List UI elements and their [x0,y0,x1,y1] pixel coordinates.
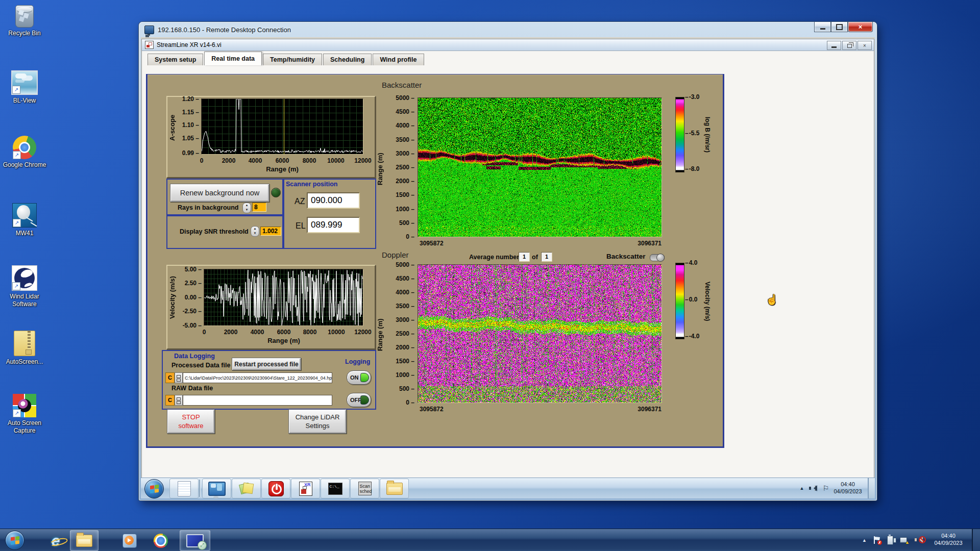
doppler-colorbar [675,263,684,339]
ascope-canvas [202,99,363,154]
el-value-field[interactable]: 089.999 [307,217,360,233]
desktop: Recycle Bin ↗ BL-View ↗ Google Chrome ↗ … [0,0,980,551]
desktop-icon-label: BL-View [0,97,49,105]
raw-drive-box[interactable]: C [165,395,175,406]
desktop-icon-recycle-bin[interactable]: Recycle Bin [0,5,49,37]
muted-speaker-icon[interactable] [915,536,924,544]
hidden-icons-arrow[interactable]: ▲ [800,486,804,491]
action-center-flag-icon[interactable]: ✗ [873,536,880,544]
velocity-xlabel: Range (m) [251,337,317,344]
taskbar-item-stop-app[interactable] [261,479,290,498]
average-number-field[interactable]: 1 [519,252,530,262]
raw-logging-switch[interactable]: OFF [347,393,371,407]
doppler-plot-area[interactable] [418,264,662,403]
taskbar-item-windows-explorer[interactable] [70,530,99,551]
zip-file-icon [14,331,35,356]
tab-real-time-data[interactable]: Real time data [204,52,262,65]
auto-screen-capture-icon: ↗ [13,394,36,417]
volume-icon[interactable]: ) [809,485,817,492]
remote-show-desktop-button[interactable] [868,478,875,498]
minimize-button[interactable] [814,22,831,32]
desktop-icon-wind-lidar[interactable]: ↗ Wind Lidar Software [0,265,49,308]
internet-explorer-icon: e [52,534,60,547]
app-minimize-button[interactable] [827,41,841,50]
average-count-field[interactable]: 1 [541,252,552,262]
desktop-icon-google-chrome[interactable]: ↗ Google Chrome [0,136,49,169]
change-lidar-settings-button[interactable]: Change LiDARSettings [288,409,347,434]
remote-clock[interactable]: 04:4004/09/2023 [830,481,866,495]
power-plug-icon[interactable] [887,536,893,545]
taskbar-item-media-player[interactable] [121,533,138,548]
snr-group: Display SNR threshold ▲▼ 1.002 [166,214,284,249]
taskbar-item-internet-explorer[interactable]: e [47,533,64,548]
average-number-label: Average number [469,254,519,261]
rdp-titlebar[interactable]: 192.168.0.150 - Remote Desktop Connectio… [139,22,877,37]
taskbar-item-command-prompt[interactable]: C:\_ [321,479,350,498]
processed-browse-button[interactable] [175,372,183,383]
app-close-button[interactable]: × [857,41,872,50]
host-clock[interactable]: 04:4004/09/2023 [928,532,969,546]
scanner-position-group: Scanner position AZ 090.000 EL 089.999 [282,179,376,249]
raw-browse-button[interactable] [175,395,183,406]
chrome-icon: ↗ [13,136,36,159]
taskbar-item-streamline-xr[interactable]: XR [291,479,320,498]
desktop-icon-auto-screen-capture[interactable]: ↗ Auto Screen Capture [0,394,49,435]
close-button[interactable]: × [848,22,873,32]
remote-tray: ▲ ) ⚐ [800,478,829,498]
windows-logo-icon [11,536,19,544]
taskbar-item-chrome[interactable] [152,533,169,548]
wind-lidar-icon: ↗ [12,265,37,291]
snr-spinner[interactable]: ▲▼ [251,226,259,237]
display-settings-icon [208,482,226,496]
backscatter-plot-area[interactable] [418,97,662,237]
az-value-field[interactable]: 090.000 [307,192,360,209]
taskbar-separator [199,480,200,497]
snr-value-field[interactable]: 1.002 [260,227,281,236]
processed-path-field[interactable]: C:\Lidar\Data\Proc\2023\202309\20230904\… [183,372,332,383]
app-restore-button[interactable] [842,41,856,50]
folder-icon [386,483,403,495]
doppler-x-start: 3095872 [420,406,444,413]
host-taskbar: e ▲ ✗ 04:4004/09/2023 [0,529,980,551]
renew-background-button[interactable]: Renew background now [170,184,270,202]
recycle-bin-icon [15,5,34,28]
snr-label: Display SNR threshold [180,228,249,235]
taskbar-item-scan-scheduler[interactable]: Scansched [350,479,379,498]
show-desktop-button[interactable] [972,529,980,551]
processed-logging-switch[interactable]: ON [347,370,371,385]
network-warning-icon[interactable] [900,536,908,544]
front-panel: A-scope 1.20 1.15 1.10 1.05 0.99 0 2000 … [146,74,724,448]
rdp-window-title: 192.168.0.150 - Remote Desktop Connectio… [158,26,291,34]
desktop-icon-autoscreen[interactable]: AutoScreen... [0,331,49,366]
start-button[interactable] [5,531,24,550]
streamline-xr-icon: XR [299,482,312,496]
taskbar-item-sticky-notes[interactable] [232,479,261,498]
backscatter-toggle-switch[interactable] [650,254,665,261]
taskbar-item-explorer[interactable] [380,479,409,498]
taskbar-item-remote-desktop[interactable] [180,530,210,551]
taskbar-item-display-settings[interactable] [202,479,231,498]
tab-system-setup[interactable]: System setup [148,54,203,65]
taskbar-item-notepad[interactable] [169,479,199,498]
ascope-plot-area[interactable] [201,98,363,155]
app-titlebar[interactable]: StreamLine XR v14-6.vi × [142,39,874,51]
action-center-flag-icon[interactable]: ⚐ [822,484,829,492]
remote-start-button[interactable] [144,479,164,498]
app-window-title: StreamLine XR v14-6.vi [157,41,222,48]
stop-software-button[interactable]: STOPsoftware [167,409,215,434]
velocity-ylabel: Velocity (m/s) [168,268,176,327]
processed-drive-box[interactable]: C [165,372,175,383]
desktop-icon-bl-view[interactable]: ↗ BL-View [0,70,49,105]
tab-wind-profile[interactable]: Wind profile [373,54,424,65]
tab-temp-humidity[interactable]: Temp/humidity [263,54,322,65]
hidden-icons-arrow[interactable]: ▲ [862,538,867,543]
tab-scheduling[interactable]: Scheduling [323,54,372,65]
raw-path-field[interactable] [183,395,332,406]
shortcut-arrow-icon: ↗ [13,409,21,417]
restart-processed-file-button[interactable]: Restart processed file [232,358,301,370]
maximize-button[interactable] [831,22,848,32]
rays-spinner[interactable]: ▲▼ [242,203,251,213]
rays-value-field[interactable]: 8 [252,203,266,212]
velocity-plot-area[interactable] [204,269,363,326]
desktop-icon-mw41[interactable]: ↗ MW41 [0,203,49,237]
